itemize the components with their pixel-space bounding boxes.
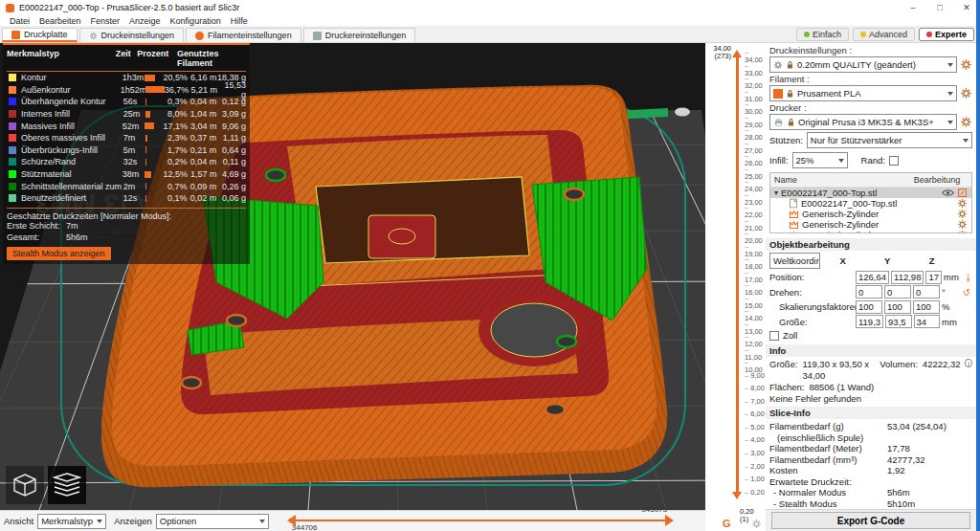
mode-experte[interactable]: Experte (919, 28, 974, 41)
brim-checkbox[interactable] (889, 156, 899, 166)
filament-gear-button[interactable] (960, 87, 972, 100)
app-icon (6, 4, 14, 12)
gcode-flag-icon[interactable]: G (723, 518, 731, 529)
gcode-move-slider[interactable]: 344706 345073 (280, 511, 702, 531)
modifier-row[interactable]: Generisch-Zylinder (770, 209, 971, 219)
rotate-z-field[interactable]: 0 (913, 285, 940, 299)
legend-row: Schürze/Rand32s0,2%0,04 m0,11 g (7, 156, 246, 168)
tab-filamenteinstellungen[interactable]: Filamenteinstellungen (186, 28, 301, 42)
position-y-field[interactable]: 112,98 (891, 271, 924, 284)
menu-anzeige[interactable]: Anzeige (129, 16, 161, 26)
move-slider-track[interactable] (290, 520, 671, 521)
mode-advanced[interactable]: Advanced (853, 28, 915, 41)
feature-color-swatch (9, 110, 16, 118)
feature-color-swatch (9, 170, 16, 178)
part-settings-gear-icon[interactable] (957, 219, 968, 230)
tab-druckereinstellungen[interactable]: Druckereinstellungen (303, 28, 416, 42)
print-settings-combo[interactable]: 0.20mm QUALITY (geändert) (769, 56, 957, 73)
lock-icon (786, 89, 794, 99)
position-z-field[interactable]: 17 (925, 271, 942, 284)
collapse-caret-icon[interactable]: ▾ (774, 188, 778, 197)
chevron-down-icon (963, 139, 969, 145)
reset-rotation-icon[interactable]: ↺ (961, 287, 972, 298)
eye-icon[interactable] (942, 188, 954, 197)
part-settings-gear-icon[interactable] (957, 230, 968, 233)
menu-fenster[interactable]: Fenster (91, 16, 121, 26)
feature-color-swatch (9, 158, 16, 166)
maximize-button[interactable]: □ (926, 3, 953, 12)
tab-druckplatte[interactable]: Druckplatte (2, 28, 78, 42)
gear-icon (89, 32, 98, 40)
size-y-field[interactable]: 93,5 (885, 315, 911, 328)
stl-part-icon (789, 198, 798, 209)
center-boss (368, 215, 435, 258)
supports-combo[interactable]: Nur für Stützverstärker (807, 132, 972, 148)
infill-combo[interactable]: 25% (792, 152, 848, 168)
scale-x-field[interactable]: 100 (856, 300, 882, 314)
drop-to-bed-icon[interactable]: ⭳ (963, 272, 974, 282)
feature-color-swatch (9, 183, 16, 190)
size-x-field[interactable]: 119,3 (856, 315, 883, 328)
rotate-row: Drehen: 0 0 0 ° ↺ (769, 285, 972, 299)
menu-hilfe[interactable]: Hilfe (231, 16, 248, 26)
position-x-field[interactable]: 126,64 (856, 271, 889, 284)
legend-row: Kontur1h3m20,5%6,16 m18,38 g (7, 72, 246, 84)
stealth-mode-button[interactable]: Stealth Modus anzeigen (7, 247, 111, 260)
modifier-mesh-icon (789, 220, 799, 230)
feature-color-swatch (9, 122, 16, 130)
legend-row: Internes Infill25m8,0%1,04 m3,09 g (7, 108, 246, 121)
chevron-down-icon (97, 520, 102, 526)
printer-gear-button[interactable] (960, 116, 972, 128)
modifier-row[interactable]: Generisch-Zylinder (770, 219, 971, 230)
menu-konfiguration[interactable]: Konfiguration (170, 16, 221, 26)
minimize-button[interactable]: – (900, 3, 926, 12)
menu-datei[interactable]: Datei (10, 16, 30, 26)
show-combo[interactable]: Optionen (156, 514, 269, 529)
object-part-row[interactable]: E00022147_000-Top.stl (770, 198, 971, 209)
mode-einfach[interactable]: Einfach (796, 28, 849, 41)
3d-viewport[interactable]: ORIGINAL PRUSA i3 MK3 by Josef Prusa (0, 43, 705, 510)
print-settings-gear-button[interactable] (960, 58, 972, 71)
inches-label: Zoll (783, 330, 797, 341)
3d-editor-view-button[interactable] (6, 466, 44, 504)
printer-label: Drucker : (769, 102, 972, 113)
legend-row: Stützmaterial38m12,5%1,57 m4,69 g (7, 168, 246, 181)
view-combo[interactable]: Merkmalstyp (37, 514, 106, 529)
tab-druckeinstellungen[interactable]: Druckeinstellungen (79, 28, 185, 42)
feature-color-swatch (9, 74, 16, 81)
size-z-field[interactable]: 34 (914, 315, 940, 328)
part-settings-gear-icon[interactable] (957, 209, 968, 219)
export-row: Export G-Code (766, 509, 976, 531)
edit-object-icon[interactable] (957, 188, 968, 198)
layer-slider-panel: 34,00 (273) 34,0033,0032,0031,0030,0029,… (705, 43, 766, 531)
legend-row: Schnittstellenmaterial zum Stützmaterial… (7, 180, 246, 192)
chevron-down-icon (947, 92, 953, 99)
object-row[interactable]: ▾ E00022147_000-Top.stl (770, 188, 971, 198)
modifier-mesh-icon (789, 210, 799, 219)
legend-row: Außenkontur1h52m36,7%5,21 m15,53 g (7, 84, 246, 97)
yellow-dot-icon (860, 32, 866, 37)
part-settings-gear-icon[interactable] (957, 198, 968, 209)
feature-color-swatch (9, 146, 16, 154)
rotate-y-field[interactable]: 0 (884, 285, 911, 299)
brim-label: Rand: (861, 155, 885, 166)
scale-z-field[interactable]: 100 (913, 300, 940, 314)
export-gcode-button[interactable]: Export G-Code (771, 512, 970, 529)
preview-view-button[interactable] (48, 466, 86, 504)
scale-y-field[interactable]: 100 (884, 300, 911, 314)
printer-combo[interactable]: Original Prusa i3 MK3S & MK3S+ (769, 114, 957, 130)
legend-row: Überbrückungs-Infill5m1,7%0,21 m0,64 g (7, 144, 246, 157)
filament-combo[interactable]: Prusament PLA (769, 85, 957, 101)
right-sidebar: Druckeinstellungen : 0.20mm QUALITY (geä… (766, 43, 976, 531)
printer-icon (773, 118, 784, 127)
inches-checkbox[interactable] (769, 331, 779, 341)
rotate-x-field[interactable]: 0 (856, 285, 882, 299)
fan-hole (491, 303, 577, 357)
coordinates-combo[interactable]: Weltkoordinaten (769, 253, 820, 269)
chevron-down-icon (259, 520, 265, 526)
layer-slider[interactable] (736, 53, 739, 497)
slider-settings-gear-icon[interactable] (751, 519, 762, 529)
menu-bearbeiten[interactable]: Bearbeiten (39, 16, 81, 26)
object-list: Name Bearbeitung ▾ E00022147_000-Top.stl… (769, 172, 972, 233)
modifier-row[interactable]: Generisch-Zylinder (770, 230, 971, 233)
